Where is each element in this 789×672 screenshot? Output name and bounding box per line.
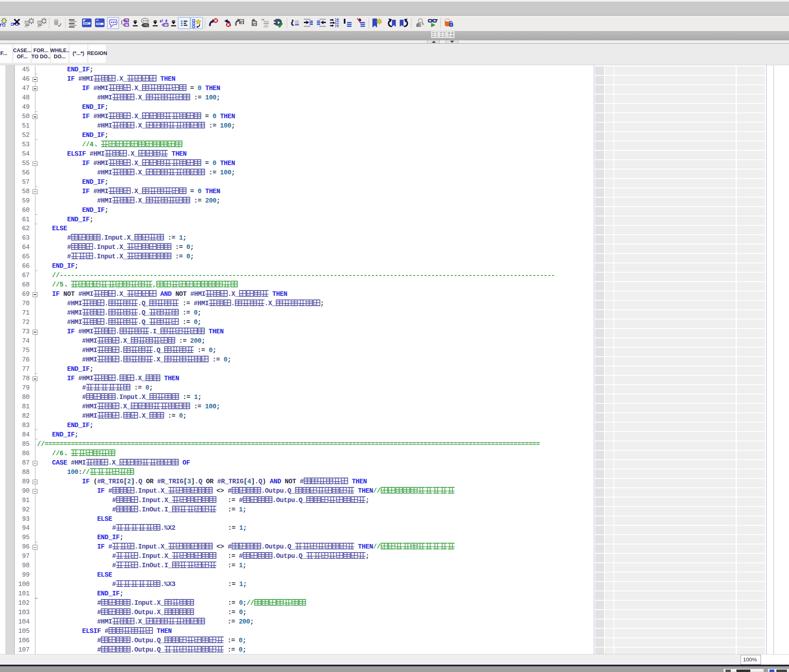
svg-text:к: к bbox=[160, 18, 162, 23]
